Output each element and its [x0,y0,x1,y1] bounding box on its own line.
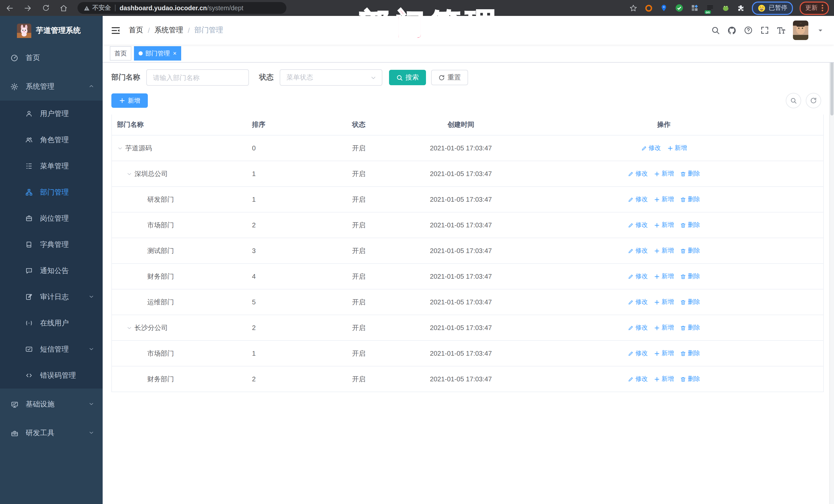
add-link[interactable]: 新增 [654,298,674,306]
sidebar-item-0[interactable]: 首页 [0,45,103,71]
sidebar-item-7[interactable]: 字典管理 [0,232,103,258]
address-bar[interactable]: 不安全 dashboard.yudao.iocoder.cn/system/de… [78,2,286,14]
status-select[interactable]: 菜单状态 [280,69,382,86]
add-link[interactable]: 新增 [654,169,674,178]
edit-link[interactable]: 修改 [628,169,648,178]
edit-link[interactable]: 修改 [628,246,648,255]
col-header-status: 状态 [340,120,417,129]
delete-link[interactable]: 删除 [680,323,700,332]
expand-arrow-icon[interactable] [126,325,132,331]
expand-arrow-icon[interactable] [117,145,123,151]
add-link[interactable]: 新增 [654,221,674,229]
sidebar-item-9[interactable]: 审计日志 [0,284,103,310]
close-tab-icon[interactable]: × [173,50,177,57]
table-row[interactable]: 市场部门 2 开启 2021-01-05 17:03:47 修改新增删除 [112,213,823,238]
edit-link[interactable]: 修改 [628,375,648,384]
sidebar-item-8[interactable]: 通知公告 [0,258,103,284]
add-link[interactable]: 新增 [654,349,674,358]
caret-down-icon[interactable] [815,26,825,35]
dept-name-input[interactable] [146,69,249,86]
page-scrollbar[interactable] [829,16,834,504]
edit-link[interactable]: 修改 [628,349,648,358]
ext-grid-icon[interactable] [690,4,699,12]
sidebar-item-2[interactable]: 用户管理 [0,101,103,127]
search-button[interactable]: 搜索 [389,70,426,85]
add-link[interactable]: 新增 [654,272,674,281]
sidebar-item-1[interactable]: 系统管理 [0,74,103,100]
delete-link[interactable]: 删除 [680,375,700,384]
sidebar-item-4[interactable]: 菜单管理 [0,153,103,179]
ext-frog-icon[interactable] [721,4,730,12]
forward-icon[interactable] [23,3,32,13]
delete-link[interactable]: 删除 [680,246,700,255]
delete-link[interactable]: 删除 [680,169,700,178]
help-icon[interactable] [744,26,753,35]
add-link[interactable]: 新增 [654,246,674,255]
ext-green-check-icon[interactable] [675,4,684,12]
expand-arrow-icon[interactable] [126,171,132,177]
extensions-puzzle-icon[interactable] [737,4,745,12]
ext-location-icon[interactable] [659,4,668,12]
table-row[interactable]: 测试部门 3 开启 2021-01-05 17:03:47 修改新增删除 [112,238,823,264]
sidebar-collapse-icon[interactable] [110,25,120,36]
fullscreen-icon[interactable] [760,26,769,35]
delete-link[interactable]: 删除 [680,349,700,358]
sidebar-item-12[interactable]: 错误码管理 [0,363,103,389]
delete-link[interactable]: 删除 [680,298,700,306]
table-row[interactable]: 运维部门 5 开启 2021-01-05 17:03:47 修改新增删除 [112,289,823,315]
kebab-menu-icon[interactable] [822,5,823,11]
edit-link[interactable]: 修改 [628,323,648,332]
not-secure-warning[interactable]: 不安全 [84,4,111,12]
delete-link[interactable]: 删除 [680,195,700,204]
breadcrumb-home[interactable]: 首页 [129,26,143,35]
toggle-search-button[interactable] [786,93,801,108]
dept-sort: 3 [239,247,340,255]
table-row[interactable]: 研发部门 1 开启 2021-01-05 17:03:47 修改新增删除 [112,187,823,213]
sidebar-item-3[interactable]: 角色管理 [0,127,103,153]
sidebar-item-13[interactable]: 基础设施 [0,392,103,417]
bookmark-star-icon[interactable] [629,4,637,12]
ext-orange-icon[interactable] [644,4,653,12]
app-window: 芋道管理系统 首页系统管理用户管理角色管理菜单管理部门管理岗位管理字典管理通知公… [0,16,834,504]
add-link[interactable]: 新增 [654,323,674,332]
tab-dept-management[interactable]: 部门管理 × [134,46,181,61]
profile-paused-badge[interactable]: 已暂停 [752,1,793,15]
github-icon[interactable] [727,26,737,35]
search-icon[interactable] [711,26,720,35]
ext-on-badge-icon[interactable]: on [706,4,715,12]
sidebar-item-14[interactable]: 研发工具 [0,420,103,446]
edit-link[interactable]: 修改 [628,272,648,281]
table-row[interactable]: 芋道源码 0 开启 2021-01-05 17:03:47 修改新增 [112,135,823,161]
add-button[interactable]: 新增 [111,93,148,108]
edit-link[interactable]: 修改 [628,298,648,306]
user-avatar[interactable] [793,21,808,40]
edit-link[interactable]: 修改 [628,195,648,204]
back-icon[interactable] [5,3,14,13]
table-row[interactable]: 财务部门 4 开启 2021-01-05 17:03:47 修改新增删除 [112,264,823,289]
refresh-table-button[interactable] [806,93,821,108]
add-link[interactable]: 新增 [654,375,674,384]
url-text[interactable]: dashboard.yudao.iocoder.cn/system/dept [119,4,243,12]
breadcrumb-system[interactable]: 系统管理 [154,26,183,35]
app-logo[interactable]: 芋道管理系统 [0,16,103,45]
home-icon[interactable] [59,3,68,13]
edit-link[interactable]: 修改 [628,221,648,229]
delete-link[interactable]: 删除 [680,272,700,281]
tab-home[interactable]: 首页 [110,46,131,61]
table-row[interactable]: 长沙分公司 2 开启 2021-01-05 17:03:47 修改新增删除 [112,315,823,341]
font-size-icon[interactable] [776,26,786,35]
add-link[interactable]: 新增 [667,144,687,152]
reload-icon[interactable] [41,3,50,13]
reset-button[interactable]: 重置 [431,70,468,85]
sidebar-item-6[interactable]: 岗位管理 [0,205,103,232]
browser-update-button[interactable]: 更新 [799,1,829,15]
table-row[interactable]: 市场部门 1 开启 2021-01-05 17:03:47 修改新增删除 [112,341,823,367]
sidebar-item-10[interactable]: 在线用户 [0,310,103,336]
sidebar-item-5[interactable]: 部门管理 [0,179,103,205]
delete-link[interactable]: 删除 [680,221,700,229]
edit-link[interactable]: 修改 [641,144,661,152]
add-link[interactable]: 新增 [654,195,674,204]
table-row[interactable]: 深圳总公司 1 开启 2021-01-05 17:03:47 修改新增删除 [112,161,823,187]
table-row[interactable]: 财务部门 2 开启 2021-01-05 17:03:47 修改新增删除 [112,367,823,392]
sidebar-item-11[interactable]: 短信管理 [0,336,103,363]
